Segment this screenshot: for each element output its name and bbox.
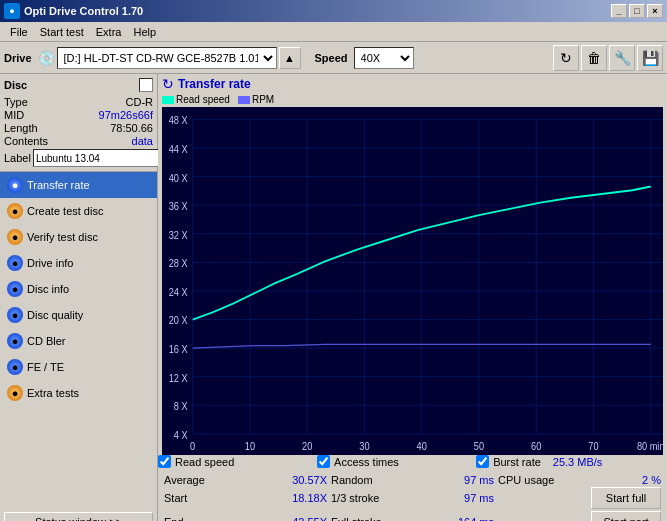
disc-header: Disc [4,78,153,92]
disc-label-label: Label [4,152,31,164]
menu-extra[interactable]: Extra [90,24,128,40]
disc-section: Disc Type CD-R MID 97m26s66f Length 78:5… [0,74,157,172]
stat-1-3-stroke-value: 97 ms [464,492,494,504]
legend-rpm: RPM [238,94,274,105]
stat-full-stroke-row: Full stroke 164 ms [329,510,496,521]
toolbar-buttons: ↻ 🗑 🔧 💾 [553,45,663,71]
nav-fe-te[interactable]: ● FE / TE [0,354,157,380]
legend-read-speed-label: Read speed [176,94,230,105]
chart-area: 48 X 44 X 40 X 36 X 32 X 28 X 24 X 20 X … [162,107,663,455]
speed-select[interactable]: 40X [354,47,414,69]
nav-disc-quality[interactable]: ● Disc quality [0,302,157,328]
svg-text:16 X: 16 X [169,343,188,355]
stat-start-row: Start 18.18X [162,486,329,510]
stat-average-row: Average 30.57X [162,474,329,486]
title-bar: ● Opti Drive Control 1.70 _ □ × [0,0,667,22]
status-window-button[interactable]: Status window >> [4,512,153,521]
nav-drive-info[interactable]: ● Drive info [0,250,157,276]
nav-disc-info-label: Disc info [27,283,69,295]
svg-text:70: 70 [588,440,599,452]
erase-button[interactable]: 🗑 [581,45,607,71]
svg-text:80 min: 80 min [637,440,663,452]
drive-bar: Drive 💿 [D:] HL-DT-ST CD-RW GCE-8527B 1.… [0,42,667,74]
stat-1-3-stroke-row: 1/3 stroke 97 ms [329,486,496,510]
disc-label-row: Label ↻ [4,149,153,167]
stat-average-value: 30.57X [292,474,327,486]
drive-select-wrap: 💿 [D:] HL-DT-ST CD-RW GCE-8527B 1.01 ▲ [38,47,301,69]
speed-label: Speed [315,52,348,64]
menu-help[interactable]: Help [127,24,162,40]
menu-start-test[interactable]: Start test [34,24,90,40]
nav-create-test-disc-label: Create test disc [27,205,103,217]
chart-title: Transfer rate [178,77,251,91]
nav-transfer-rate[interactable]: ● Transfer rate [0,172,157,198]
nav-create-test-disc[interactable]: ● Create test disc [0,198,157,224]
svg-text:24 X: 24 X [169,286,188,298]
nav-cd-bler[interactable]: ● CD Bler [0,328,157,354]
save-button[interactable]: 💾 [637,45,663,71]
stat-random-value: 97 ms [464,474,494,486]
nav-transfer-rate-icon: ● [7,177,23,193]
minimize-button[interactable]: _ [611,4,627,18]
nav-section: ● Transfer rate ● Create test disc ● Ver… [0,172,157,508]
checkbox-access-times: Access times [317,455,476,468]
checkbox-burst-rate-input[interactable] [476,455,489,468]
start-full-button[interactable]: Start full [591,487,661,509]
maximize-button[interactable]: □ [629,4,645,18]
start-part-button[interactable]: Start part [591,511,661,521]
legend-read-speed-color [162,96,174,104]
refresh-button[interactable]: ↻ [553,45,579,71]
disc-header-box [139,78,153,92]
svg-text:60: 60 [531,440,542,452]
nav-verify-test-disc-icon: ● [7,229,23,245]
svg-text:8 X: 8 X [174,400,188,412]
disc-label-input[interactable] [33,149,166,167]
drive-eject-button[interactable]: ▲ [279,47,301,69]
settings-button[interactable]: 🔧 [609,45,635,71]
window-controls[interactable]: _ □ × [611,4,663,18]
svg-text:48 X: 48 X [169,115,188,127]
svg-text:0: 0 [190,440,195,452]
nav-disc-info[interactable]: ● Disc info [0,276,157,302]
svg-text:40 X: 40 X [169,172,188,184]
nav-disc-quality-icon: ● [7,307,23,323]
disc-type-value: CD-R [126,96,154,108]
stat-full-stroke-label: Full stroke [331,516,382,521]
disc-mid-label: MID [4,109,24,121]
title-bar-left: ● Opti Drive Control 1.70 [4,3,143,19]
nav-transfer-rate-label: Transfer rate [27,179,90,191]
stat-full-stroke-value: 164 ms [458,516,494,521]
nav-fe-te-label: FE / TE [27,361,64,373]
stat-cpu-value: 2 % [642,474,661,486]
stat-random-row: Random 97 ms [329,474,496,486]
checkbox-access-times-label: Access times [334,456,399,468]
close-button[interactable]: × [647,4,663,18]
disc-contents-value: data [132,135,153,147]
checkbox-burst-rate-label: Burst rate [493,456,541,468]
svg-text:50: 50 [474,440,485,452]
nav-cd-bler-label: CD Bler [27,335,66,347]
svg-text:4 X: 4 X [174,429,188,441]
drive-select[interactable]: [D:] HL-DT-ST CD-RW GCE-8527B 1.01 [57,47,277,69]
stat-end-value: 42.55X [292,516,327,521]
disc-contents-row: Contents data [4,135,153,147]
menu-bar: File Start test Extra Help [0,22,667,42]
chart-refresh-icon: ↻ [162,76,174,92]
svg-rect-0 [162,107,663,455]
main-content: Disc Type CD-R MID 97m26s66f Length 78:5… [0,74,667,521]
disc-contents-label: Contents [4,135,48,147]
nav-drive-info-icon: ● [7,255,23,271]
nav-verify-test-disc-label: Verify test disc [27,231,98,243]
svg-text:36 X: 36 X [169,200,188,212]
burst-rate-value: 25.3 MB/s [553,456,603,468]
nav-verify-test-disc[interactable]: ● Verify test disc [0,224,157,250]
checkbox-read-speed-input[interactable] [158,455,171,468]
checkbox-access-times-input[interactable] [317,455,330,468]
disc-mid-row: MID 97m26s66f [4,109,153,121]
nav-cd-bler-icon: ● [7,333,23,349]
chart-svg: 48 X 44 X 40 X 36 X 32 X 28 X 24 X 20 X … [162,107,663,455]
stat-end-row: End 42.55X [162,510,329,521]
menu-file[interactable]: File [4,24,34,40]
nav-fe-te-icon: ● [7,359,23,375]
nav-extra-tests[interactable]: ● Extra tests [0,380,157,406]
